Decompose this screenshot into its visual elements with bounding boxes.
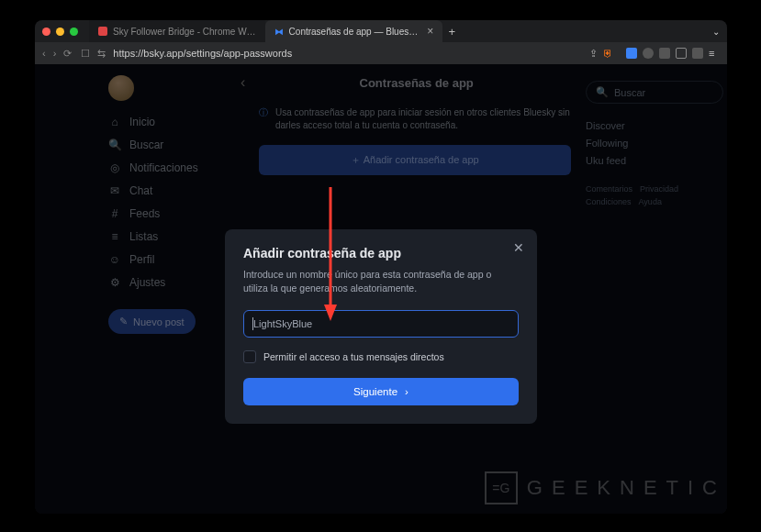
new-tab-button[interactable]: +	[442, 25, 461, 39]
forward-icon[interactable]: ›	[53, 48, 57, 60]
password-name-value: LightSkyBlue	[253, 318, 312, 329]
minimize-window-icon[interactable]	[56, 28, 64, 36]
dm-access-checkbox-row[interactable]: Permitir el acceso a tus mensajes direct…	[243, 350, 519, 363]
menu-icon[interactable]: ≡	[709, 48, 720, 59]
shield-icon[interactable]: ⛨	[603, 48, 613, 59]
watermark-logo-icon: =G	[485, 471, 518, 504]
modal-backdrop: ✕ Añadir contraseña de app Introduce un …	[35, 64, 727, 514]
tab-label: Sky Follower Bridge - Chrome W…	[113, 27, 256, 37]
close-window-icon[interactable]	[42, 28, 50, 36]
extension-icon[interactable]	[643, 48, 654, 59]
next-button[interactable]: Siguiente ›	[243, 378, 519, 405]
checkbox-label: Permitir el acceso a tus mensajes direct…	[263, 351, 444, 362]
tab-strip: Sky Follower Bridge - Chrome W… ⧓ Contra…	[35, 20, 727, 42]
browser-tab-1[interactable]: ⧓ Contraseñas de app — Blues… ×	[265, 20, 443, 42]
add-app-password-modal: ✕ Añadir contraseña de app Introduce un …	[225, 229, 537, 424]
share-icon[interactable]: ⇪	[589, 48, 598, 60]
modal-title: Añadir contraseña de app	[243, 246, 519, 260]
reload-icon[interactable]: ⟳	[63, 48, 72, 60]
watermark-text: GEEKNETIC	[527, 476, 726, 500]
extension-icon[interactable]	[659, 48, 670, 59]
bookmark-icon[interactable]: ☐	[81, 48, 90, 60]
url-bar: ‹ › ⟳ ☐ ⇆ https://bsky.app/settings/app-…	[35, 42, 727, 64]
extension-icon[interactable]	[692, 48, 703, 59]
maximize-window-icon[interactable]	[70, 28, 78, 36]
watermark: =G GEEKNETIC	[485, 471, 726, 504]
back-icon[interactable]: ‹	[42, 48, 46, 60]
chevron-down-icon[interactable]: ⌄	[712, 27, 720, 37]
browser-tab-0[interactable]: Sky Follower Bridge - Chrome W…	[89, 20, 265, 42]
tab-label: Contraseñas de app — Blues…	[289, 27, 419, 37]
next-label: Siguiente	[353, 386, 397, 397]
tab-favicon-icon	[98, 27, 107, 36]
modal-description: Introduce un nombre único para esta cont…	[243, 268, 519, 295]
close-tab-icon[interactable]: ×	[427, 25, 433, 38]
chevron-right-icon: ›	[405, 386, 408, 397]
tab-favicon-icon: ⧓	[274, 27, 284, 37]
close-modal-icon[interactable]: ✕	[513, 240, 524, 255]
extension-icon[interactable]	[676, 48, 687, 59]
password-name-input[interactable]: LightSkyBlue	[243, 310, 519, 338]
site-settings-icon[interactable]: ⇆	[97, 48, 106, 60]
checkbox-icon[interactable]	[243, 350, 256, 363]
extension-icon[interactable]	[626, 48, 637, 59]
window-controls	[42, 28, 78, 36]
url-text[interactable]: https://bsky.app/settings/app-passwords	[113, 48, 292, 59]
